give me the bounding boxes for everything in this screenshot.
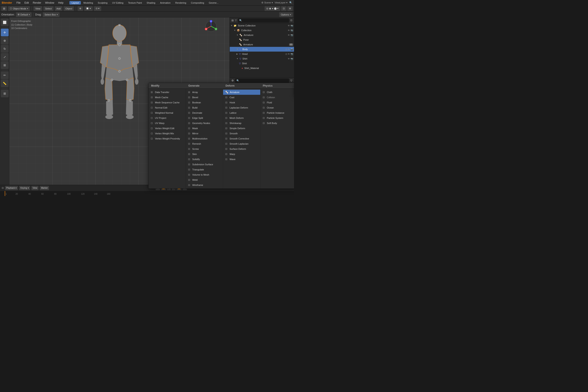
item-smooth-laplacian[interactable]: ⊟ Smooth Laplacian: [223, 141, 260, 146]
item-data-transfer[interactable]: ⊞ Data Transfer: [148, 90, 186, 95]
item-hook[interactable]: ⊟ Hook: [223, 100, 260, 105]
item-vertex-weight-mix[interactable]: ⊡ Vertex Weight Mix: [148, 131, 186, 136]
tree-item-head[interactable]: ▶ ▽ Head ⊡ 👁 📷: [230, 52, 294, 56]
options-btn[interactable]: Options ▾: [279, 12, 293, 17]
playhead[interactable]: [5, 191, 5, 196]
item-vertex-weight-edit[interactable]: ⊡ Vertex Weight Edit: [148, 126, 186, 131]
tree-item-armature[interactable]: ▼ 🦴 Armature 👁 📷: [230, 33, 294, 38]
item-laplacian-deform[interactable]: ⊟ Laplacian Deform: [223, 105, 260, 110]
item-smooth[interactable]: ⊟ Smooth: [223, 131, 260, 136]
editor-type-btn[interactable]: ▤: [1, 6, 7, 11]
render-icon[interactable]: 📷: [290, 24, 293, 27]
menu-help[interactable]: Help: [56, 1, 65, 5]
orientation-selector[interactable]: ⊞ Default ▾: [16, 12, 32, 17]
playback-btn[interactable]: Playback ▾: [5, 186, 18, 190]
overlay-btn[interactable]: ⊡: [281, 6, 286, 11]
object-menu[interactable]: Object: [64, 6, 74, 11]
item-wave[interactable]: ⊟ Wave: [223, 157, 260, 162]
item-boolean[interactable]: ⊟ Boolean: [186, 100, 223, 105]
add-menu[interactable]: Add: [55, 6, 62, 11]
menu-window[interactable]: Window: [44, 1, 56, 5]
item-multiresolution[interactable]: ⊟ Multiresolution: [186, 136, 223, 141]
render-icon[interactable]: 📷: [290, 53, 293, 55]
item-decimate[interactable]: ⊟ Decimate: [186, 110, 223, 116]
tool-add[interactable]: ⊞: [1, 90, 8, 97]
tab-uv-editing[interactable]: UV Editing: [110, 1, 126, 4]
filter-btn[interactable]: ⊡: [290, 19, 292, 22]
tab-layout[interactable]: Layout: [70, 1, 81, 4]
render-icon[interactable]: 📷: [290, 58, 293, 60]
item-bevel[interactable]: ⊟ Bevel: [186, 95, 223, 100]
transform-btn[interactable]: ⊕: [78, 6, 83, 11]
tool-move[interactable]: ⊕: [1, 37, 8, 44]
tab-modeling[interactable]: Modeling: [81, 1, 95, 4]
item-simple-deform[interactable]: ⊟ Simple Deform: [223, 126, 260, 131]
item-mask[interactable]: ⊟ Mask: [186, 126, 223, 131]
timeline-view-btn[interactable]: View: [32, 186, 39, 190]
menu-file[interactable]: File: [14, 1, 22, 5]
item-smooth-corrective[interactable]: ⊟ Smooth Corrective: [223, 136, 260, 141]
item-wireframe[interactable]: ⊟ Wireframe: [186, 182, 223, 188]
item-shrinkwrap[interactable]: ⊟ Shrinkwrap: [223, 120, 260, 126]
item-mesh-deform[interactable]: ⊟ Mesh Deform: [223, 116, 260, 120]
item-particle-instance[interactable]: ⊟ Particle Instance: [260, 110, 294, 116]
tab-animation[interactable]: Animation: [158, 1, 173, 4]
item-edge-split[interactable]: ⊟ Edge Split: [186, 116, 223, 120]
head-vis-icon[interactable]: ⊡: [286, 53, 287, 55]
tab-sculpting[interactable]: Sculpting: [96, 1, 110, 4]
item-mesh-sequence-cache[interactable]: ⊟ Mesh Sequence Cache: [148, 100, 186, 105]
item-mesh-cache[interactable]: ⊟ Mesh Cache: [148, 95, 186, 100]
view-layer-selector[interactable]: ViewLayer ▾: [275, 1, 288, 4]
item-normal-edit[interactable]: ⊡ Normal Edit: [148, 105, 186, 110]
item-screw[interactable]: ⊟ Screw: [186, 146, 223, 152]
keying-btn[interactable]: Keying ▾: [19, 186, 30, 190]
drag-selector[interactable]: Select Box ▾: [43, 12, 60, 17]
outliner-search[interactable]: [238, 18, 289, 22]
gizmo-btn[interactable]: ⊕: [287, 6, 293, 11]
visibility-icon[interactable]: 👁: [288, 53, 290, 55]
mode-selector[interactable]: ⬡ Object Mode ▾: [8, 6, 30, 11]
item-subdivision-surface[interactable]: ⊟ Subdivision Surface: [186, 162, 223, 167]
tab-rendering[interactable]: Rendering: [173, 1, 188, 4]
tool-cursor[interactable]: ✛: [1, 28, 8, 36]
tree-item-armature-data[interactable]: 🦴 Armature 65: [230, 42, 294, 47]
tree-item-shirt[interactable]: ▼ ▽ Shirt 👁 📷: [230, 56, 294, 61]
snap-btn[interactable]: 🔲 ▾: [84, 6, 93, 11]
filter-btn[interactable]: ▽: [290, 79, 292, 82]
item-weighted-normal[interactable]: ⊡ Weighted Normal: [148, 110, 186, 116]
item-remesh[interactable]: ⊟ Remesh: [186, 141, 223, 146]
visibility-icon[interactable]: 👁: [288, 24, 290, 27]
item-fluid[interactable]: ⊟ Fluid: [260, 100, 294, 105]
tree-item-shirt-mesh[interactable]: ▽ Shirt: [230, 61, 294, 66]
item-uv-project[interactable]: ⊡ UV Project: [148, 116, 186, 120]
tree-item-body[interactable]: ▼ ▽ Body ⊡ 👁 📷: [230, 47, 294, 52]
render-icon[interactable]: 📷: [290, 34, 293, 36]
viewport-shading[interactable]: ◎ ◉ ● ⬤ ▾: [264, 6, 280, 11]
item-cast[interactable]: ⊟ Cast: [223, 95, 260, 100]
tab-compositing[interactable]: Compositing: [189, 1, 206, 4]
proportional-btn[interactable]: ⊙ ▾: [94, 6, 101, 11]
item-mirror[interactable]: ⊟ Mirror: [186, 131, 223, 136]
item-array[interactable]: ⊞ Array: [186, 90, 223, 95]
tree-item-collection[interactable]: ▼ 📦 Collection 👁 📷: [230, 28, 294, 33]
menu-render[interactable]: Render: [31, 1, 43, 5]
item-build[interactable]: ⊟ Build: [186, 105, 223, 110]
item-geometry-nodes[interactable]: ⊟ Geometry Nodes: [186, 120, 223, 126]
item-collision[interactable]: ⊟ Collision: [260, 95, 294, 100]
render-icon[interactable]: 📷: [290, 29, 293, 32]
view-menu[interactable]: View: [34, 6, 42, 11]
tab-texture-paint[interactable]: Texture Paint: [126, 1, 144, 4]
tool-select-box[interactable]: ⬜: [1, 18, 8, 26]
visibility-icon[interactable]: 👁: [288, 34, 290, 36]
tab-shading[interactable]: Shading: [144, 1, 157, 4]
viewport-gizmo[interactable]: Z X Y: [204, 20, 218, 33]
tree-item-scene-collection[interactable]: ▼ 📁 Scene Collection 👁 📷: [230, 23, 294, 28]
visibility-icon[interactable]: 👁: [288, 58, 290, 60]
visibility-icon[interactable]: 👁: [288, 29, 290, 32]
props-search[interactable]: [235, 78, 289, 83]
tool-measure[interactable]: 📏: [1, 80, 8, 87]
item-lattice[interactable]: ⊟ Lattice: [223, 110, 260, 116]
item-cloth[interactable]: ⊟ Cloth: [260, 90, 294, 95]
scene-selector[interactable]: ⚙ Scene ▾: [261, 1, 273, 4]
render-icon[interactable]: 📷: [290, 48, 293, 50]
